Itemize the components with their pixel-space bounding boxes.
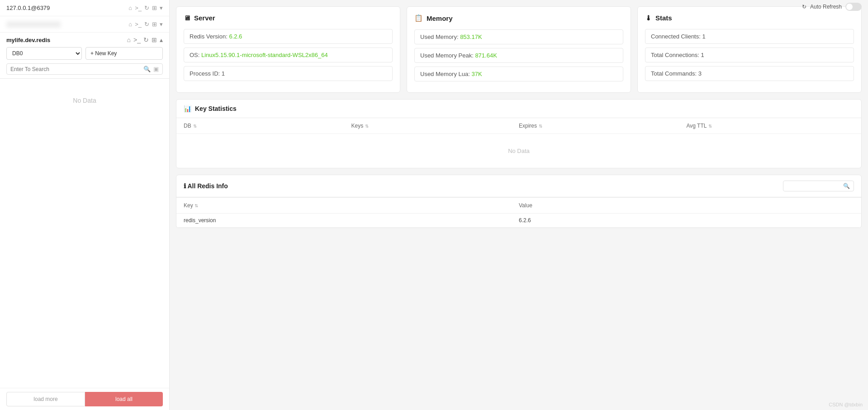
total-commands-value: 3	[698, 70, 702, 77]
avg-ttl-sort-icon: ⇅	[708, 124, 712, 129]
bar-chart-icon: 📊	[184, 105, 191, 112]
auto-refresh-toggle[interactable]	[845, 3, 862, 11]
home-icon[interactable]: ⌂	[128, 5, 132, 11]
redis-info-search: 🔍	[783, 181, 854, 191]
used-memory-label: Used Memory:	[420, 33, 460, 40]
server-icon: 🖥	[184, 14, 190, 22]
stats-card: 🌡 Stats Connected Clients: 1 Total Conne…	[637, 6, 862, 93]
avg-ttl-col-header[interactable]: Avg TTL ⇅	[687, 123, 854, 129]
connected-clients-label: Connected Clients:	[651, 33, 702, 40]
terminal-icon[interactable]: >_	[135, 5, 142, 11]
chevron-down-icon-2[interactable]: ▾	[160, 21, 163, 28]
used-memory-peak-value: 871.64K	[475, 52, 497, 59]
server-version-row: Redis Version: 6.2.6	[184, 29, 393, 44]
total-connections-value: 1	[701, 52, 704, 58]
expires-sort-icon: ⇅	[539, 124, 542, 129]
sidebar-controls: DB0 + New Key	[6, 47, 163, 60]
home-icon-2[interactable]: ⌂	[128, 21, 132, 28]
redis-info-search-icon: 🔍	[843, 183, 850, 189]
server-version-label: Redis Version:	[190, 33, 229, 40]
server-version-value: 6.2.6	[229, 33, 242, 40]
filter-icon[interactable]: ▣	[153, 66, 159, 72]
load-all-button[interactable]: load all	[85, 392, 163, 406]
redis-info-search-input[interactable]	[787, 183, 841, 189]
key-statistics-header: 📊 Key Statistics	[176, 100, 861, 118]
keys-sort-icon: ⇅	[365, 124, 369, 129]
value-col-header: Value	[519, 202, 854, 209]
total-connections-row: Total Connections: 1	[645, 48, 854, 62]
refresh-icon-3[interactable]: ↻	[143, 36, 149, 43]
load-buttons: load more load all	[0, 388, 169, 410]
connection-row-1: 127.0.0.1@6379 ⌂ >_ ↻ ⊞ ▾	[0, 0, 169, 16]
server-os-row: OS: Linux5.15.90.1-microsoft-standard-WS…	[184, 48, 393, 62]
redis-version-key: redis_version	[184, 217, 519, 224]
auto-refresh-area: ↻ Auto Refresh	[802, 3, 862, 11]
new-key-button[interactable]: + New Key	[85, 47, 163, 60]
chevron-down-icon[interactable]: ▾	[160, 5, 163, 11]
memory-card-title: 📋 Memory	[414, 14, 623, 22]
db-sort-icon: ⇅	[193, 124, 197, 129]
all-redis-info-section: ℹ All Redis Info 🔍 Key ⇅ Value redis_ver…	[176, 175, 862, 228]
key-statistics-table-header: DB ⇅ Keys ⇅ Expires ⇅ Avg TTL ⇅	[176, 118, 861, 134]
total-commands-row: Total Commands: 3	[645, 66, 854, 81]
key-statistics-title: Key Statistics	[195, 105, 237, 112]
main-content: ↻ Auto Refresh 🖥 Server Redis Version: 6…	[170, 0, 868, 410]
server-pid-row: Process ID: 1	[184, 66, 393, 81]
key-sort-icon: ⇅	[194, 203, 198, 208]
connection-blurred-icons: ⌂ >_ ↻ ⊞ ▾	[128, 21, 163, 28]
total-commands-label: Total Commands:	[651, 70, 698, 77]
db-select[interactable]: DB0	[6, 47, 82, 60]
db-header: mylife.dev.redis ⌂ >_ ↻ ⊞ ▴	[6, 36, 163, 43]
connection-1-icons: ⌂ >_ ↻ ⊞ ▾	[128, 5, 163, 11]
expires-col-header[interactable]: Expires ⇅	[519, 123, 687, 129]
auto-refresh-label: Auto Refresh	[810, 4, 842, 10]
memory-card: 📋 Memory Used Memory: 853.17K Used Memor…	[407, 6, 631, 93]
used-memory-value: 853.17K	[460, 33, 482, 40]
key-statistics-section: 📊 Key Statistics DB ⇅ Keys ⇅ Expires ⇅ A…	[176, 99, 862, 168]
stats-icon: 🌡	[645, 14, 652, 22]
all-redis-info-header: ℹ All Redis Info 🔍	[176, 175, 861, 197]
grid-icon-3[interactable]: ⊞	[152, 36, 157, 43]
load-more-button[interactable]: load more	[6, 392, 85, 406]
used-memory-lua-value: 37K	[471, 71, 482, 77]
watermark: CSDN @tdxbin	[829, 402, 863, 407]
db-icons: ⌂ >_ ↻ ⊞ ▴	[127, 36, 163, 43]
key-col-header[interactable]: Key ⇅	[184, 202, 519, 209]
search-icon: 🔍	[143, 66, 151, 72]
used-memory-row: Used Memory: 853.17K	[414, 29, 623, 44]
sidebar: 127.0.0.1@6379 ⌂ >_ ↻ ⊞ ▾ ⌂ >_ ↻ ⊞ ▾ myl…	[0, 0, 170, 410]
grid-icon[interactable]: ⊞	[152, 5, 157, 11]
db-connection-name: mylife.dev.redis	[6, 37, 50, 43]
refresh-icon-2[interactable]: ↻	[144, 21, 149, 28]
total-connections-label: Total Connections:	[651, 52, 701, 58]
db-section: mylife.dev.redis ⌂ >_ ↻ ⊞ ▴ DB0 + New Ke…	[0, 33, 169, 79]
connected-clients-row: Connected Clients: 1	[645, 29, 854, 44]
connection-1-label[interactable]: 127.0.0.1@6379	[6, 5, 50, 11]
server-os-value: Linux5.15.90.1-microsoft-standard-WSL2x8…	[201, 52, 328, 58]
home-icon-3[interactable]: ⌂	[127, 36, 131, 43]
blurred-connection-label	[6, 21, 61, 28]
refresh-icon[interactable]: ↻	[144, 5, 149, 11]
keys-col-header[interactable]: Keys ⇅	[351, 123, 519, 129]
no-data-area: No Data	[0, 79, 169, 388]
stats-card-title: 🌡 Stats	[645, 14, 854, 22]
db-col-header[interactable]: DB ⇅	[184, 123, 351, 129]
key-statistics-no-data: No Data	[176, 134, 861, 168]
no-data-text: No Data	[73, 97, 96, 104]
grid-icon-2[interactable]: ⊞	[152, 21, 157, 28]
redis-version-value: 6.2.6	[519, 217, 854, 224]
search-input[interactable]	[10, 66, 141, 72]
chevron-up-icon[interactable]: ▴	[160, 36, 163, 43]
cards-row: 🖥 Server Redis Version: 6.2.6 OS: Linux5…	[176, 6, 862, 93]
used-memory-lua-label: Used Memory Lua:	[420, 71, 471, 77]
terminal-icon-3[interactable]: >_	[133, 36, 141, 43]
redis-info-row: redis_version 6.2.6	[176, 214, 861, 228]
all-redis-info-title-area: ℹ All Redis Info	[184, 182, 228, 190]
terminal-icon-2[interactable]: >_	[135, 21, 142, 28]
server-os-label: OS:	[190, 52, 201, 58]
used-memory-lua-row: Used Memory Lua: 37K	[414, 67, 623, 81]
used-memory-peak-label: Used Memory Peak:	[420, 52, 475, 59]
server-card-title: 🖥 Server	[184, 14, 393, 22]
connection-row-blurred: ⌂ >_ ↻ ⊞ ▾	[0, 16, 169, 33]
memory-icon: 📋	[414, 14, 423, 22]
